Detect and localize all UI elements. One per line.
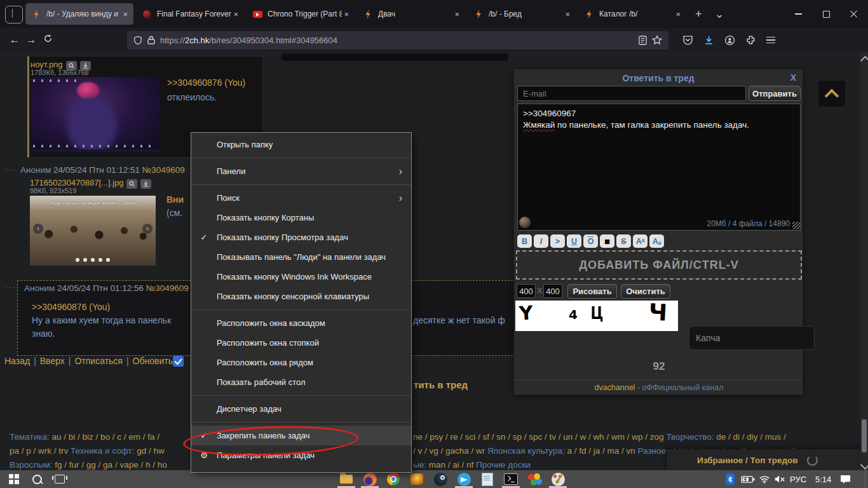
thread-nav-link[interactable]: Отписаться xyxy=(74,356,122,366)
url-bar[interactable]: https://2ch.hk/b/res/304950304.html#3049… xyxy=(127,31,668,50)
taskbar-colors-button[interactable] xyxy=(526,471,543,487)
board-link[interactable]: Техника и софт: xyxy=(71,446,137,456)
account-icon[interactable] xyxy=(724,35,735,46)
format-button-o[interactable]: O xyxy=(583,234,598,248)
format-button-s[interactable]: S xyxy=(616,234,631,248)
browser-tab[interactable]: /b/ - Бред× xyxy=(468,3,576,25)
board-link[interactable]: ые: xyxy=(413,460,429,470)
canvas-height-input[interactable]: 400 xyxy=(543,284,562,298)
page-scrollbar[interactable] xyxy=(860,52,868,470)
form-close-button[interactable]: X xyxy=(790,72,796,83)
firefox-view-icon[interactable] xyxy=(5,6,23,24)
comment-textarea[interactable]: >>304960967Жмякай по панельке, там галка… xyxy=(517,104,801,231)
tray-clock[interactable]: 5:14 xyxy=(815,470,831,488)
thread-nav-link[interactable]: Вверх xyxy=(40,356,65,366)
board-link[interactable]: ne / psy / re / sci / sf / sn / sp / spc… xyxy=(413,432,666,442)
extensions-icon[interactable] xyxy=(745,35,756,46)
file-link[interactable]: 171650230470887[...].jpg xyxy=(30,178,123,187)
tab-close-icon[interactable]: × xyxy=(231,10,240,19)
window-minimize-button[interactable] xyxy=(784,0,812,28)
reply-to-thread-link-partial[interactable]: тить в тред xyxy=(414,379,468,390)
submit-button[interactable]: Отправить xyxy=(749,86,801,101)
back-button[interactable]: ← xyxy=(6,34,23,46)
format-button-i[interactable]: I xyxy=(534,234,548,248)
browser-tab[interactable]: Chrono Trigger (Part 8× xyxy=(247,3,355,25)
tray-notifications[interactable] xyxy=(840,470,851,488)
menu-item-cortana-button[interactable]: Показать кнопку Кортаны xyxy=(191,208,411,227)
taskbar-notepad-button[interactable] xyxy=(478,471,496,487)
shield-icon[interactable] xyxy=(133,36,142,45)
format-button-q[interactable]: > xyxy=(550,234,565,248)
tray-volume-muted[interactable] xyxy=(774,470,785,488)
clear-button[interactable]: Очистить xyxy=(621,284,670,299)
menu-item-panels[interactable]: Панели› xyxy=(191,161,411,181)
download-icon[interactable] xyxy=(140,179,151,189)
post-number[interactable]: №3049609 xyxy=(142,165,185,175)
carousel-next-icon[interactable]: › xyxy=(142,224,153,234)
taskbar-app-button[interactable] xyxy=(408,471,426,487)
window-maximize-button[interactable] xyxy=(812,0,840,28)
menu-item-cascade-windows[interactable]: Расположить окна каскадом xyxy=(191,313,411,333)
board-link[interactable]: pa / p / wrk / trv xyxy=(10,446,71,456)
menu-item-side-windows[interactable]: Расположить окна рядом xyxy=(191,353,411,372)
browser-tab[interactable]: Двач× xyxy=(357,3,465,25)
board-link[interactable]: Прочие доски xyxy=(476,460,531,470)
draw-button[interactable]: Рисовать xyxy=(567,284,617,299)
scrollbar-thumb[interactable] xyxy=(862,419,867,452)
board-link[interactable]: / v / vg / gacha / wr xyxy=(413,446,487,456)
window-close-button[interactable] xyxy=(840,0,868,28)
board-link[interactable]: au / bi / biz / bo / c / em / fa / xyxy=(51,432,159,442)
taskbar-telegram-button[interactable] xyxy=(455,471,473,487)
file-dropzone[interactable]: ДОБАВИТЬ ФАЙЛ/CTRL-V xyxy=(516,250,802,280)
zoom-icon[interactable] xyxy=(126,179,137,189)
format-button-sup[interactable]: Aᵃ xyxy=(633,234,648,248)
format-button-u[interactable]: U xyxy=(567,234,581,248)
tab-close-icon[interactable]: × xyxy=(563,10,572,19)
board-link[interactable]: gd / hw xyxy=(137,446,165,456)
tab-close-icon[interactable]: × xyxy=(674,10,682,19)
board-link[interactable]: Творчество: xyxy=(666,432,716,442)
post-menu-dots[interactable]: ··· xyxy=(4,282,17,292)
tab-close-icon[interactable]: × xyxy=(342,10,351,19)
thread-nav-link[interactable]: Назад xyxy=(4,356,30,366)
tray-wifi[interactable] xyxy=(759,470,770,488)
board-link[interactable]: man / ai / nf xyxy=(429,460,476,470)
channel-link[interactable]: оФФициальный канал xyxy=(642,383,724,392)
task-view-button[interactable] xyxy=(51,471,69,487)
reply-link[interactable]: >>304960876 (You) xyxy=(32,302,110,312)
channel-name[interactable]: dvachannel xyxy=(594,383,635,392)
browser-tab[interactable]: Каталог /b/× xyxy=(578,3,686,25)
menu-item-open-folder[interactable]: Открыть папку xyxy=(191,135,411,154)
post-thumbnail[interactable] xyxy=(31,77,160,152)
tray-bluetooth[interactable] xyxy=(726,470,735,488)
start-button[interactable] xyxy=(5,471,23,487)
format-button-b[interactable]: B xyxy=(517,234,532,248)
board-link[interactable]: de / di / diy / mus / xyxy=(716,432,786,442)
taskbar-cmd-button[interactable] xyxy=(502,471,520,487)
menu-item-search[interactable]: Поиск› xyxy=(191,188,411,208)
taskbar-firefox-button[interactable] xyxy=(361,471,379,487)
forward-button[interactable]: → xyxy=(23,34,39,46)
email-field[interactable]: E-mail xyxy=(517,86,746,101)
reply-link[interactable]: >>304960876 (You) xyxy=(167,78,245,88)
reload-button[interactable] xyxy=(39,34,56,46)
taskbar-search-button[interactable] xyxy=(28,471,46,487)
taskbar-explorer-button[interactable] xyxy=(337,471,355,487)
favorites-popup-label[interactable]: Избранное / Топ тредов xyxy=(697,456,798,465)
bookmark-star-icon[interactable] xyxy=(652,35,662,45)
post-menu-dots[interactable]: ··· xyxy=(5,165,17,174)
menu-item-touch-keyboard[interactable]: Показать кнопку сенсорной клавиатуры xyxy=(191,287,411,306)
menu-hamburger-icon[interactable] xyxy=(766,37,775,44)
board-link[interactable]: Взрослым: xyxy=(10,460,55,470)
tab-dropdown-button[interactable]: ⌄ xyxy=(709,7,731,21)
board-link[interactable]: Тематика: xyxy=(10,432,51,442)
lock-icon[interactable] xyxy=(147,36,155,44)
menu-item-show-desktop[interactable]: Показать рабочий стол xyxy=(191,372,411,392)
tray-language[interactable]: РУС xyxy=(790,470,806,488)
carousel-dots[interactable] xyxy=(91,258,95,262)
carousel-prev-icon[interactable]: ‹ xyxy=(33,224,43,234)
menu-item-stack-windows[interactable]: Расположить окна стопкой xyxy=(191,333,411,353)
downloads-icon[interactable] xyxy=(703,35,714,46)
resize-handle-icon[interactable] xyxy=(792,222,800,229)
file-link[interactable]: ноут.png xyxy=(31,60,63,69)
